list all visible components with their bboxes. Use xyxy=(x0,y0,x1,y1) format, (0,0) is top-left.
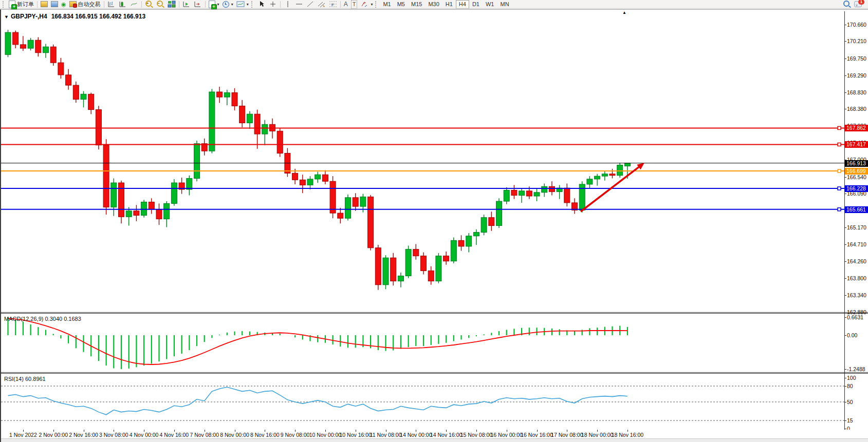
auto-scroll-button[interactable] xyxy=(181,1,192,8)
panel-separator-macd[interactable] xyxy=(1,312,868,314)
charts-window-icon xyxy=(51,1,58,7)
candle-body xyxy=(428,271,434,281)
new-order-label: 新订单 xyxy=(17,1,34,8)
macd-scale-tick: 0.6631 xyxy=(847,314,863,321)
fibonacci-button[interactable]: F xyxy=(327,1,339,8)
candle-body xyxy=(307,179,313,185)
indicators-caret-icon: ▾ xyxy=(217,2,219,7)
hline-handle[interactable] xyxy=(838,169,841,172)
zoom-out-icon: − xyxy=(157,1,163,7)
hline-handle[interactable] xyxy=(838,143,841,146)
price-tick: 170.210 xyxy=(847,38,866,45)
notifications-button[interactable]: 1 xyxy=(853,1,863,8)
time-label: 2 Nov 00:00 xyxy=(39,432,68,438)
chart-title: ▼GBPJPY-,H4166.834 166.915 166.492 166.9… xyxy=(4,13,145,20)
candle-body xyxy=(141,202,147,216)
tf-m30-button[interactable]: M30 xyxy=(425,0,442,9)
cursor-button[interactable] xyxy=(256,1,267,8)
candle-body xyxy=(595,176,600,179)
arrows-button[interactable]: ▾ xyxy=(359,1,374,8)
crosshair-button[interactable] xyxy=(267,1,279,8)
indicators-button[interactable]: +▾ xyxy=(207,1,221,8)
hline-handle[interactable] xyxy=(838,208,841,211)
candle-body xyxy=(292,173,298,180)
auto-trading-button[interactable]: 自动交易 xyxy=(68,1,102,8)
candle-body xyxy=(398,276,403,281)
chat-bubble-icon: 1 xyxy=(854,1,862,7)
toolbar-separator xyxy=(104,1,104,8)
horizontal-line-button[interactable] xyxy=(293,1,305,8)
time-label: 4 Nov 16:00 xyxy=(160,432,189,438)
candle-body xyxy=(519,191,525,196)
hline-handle[interactable] xyxy=(838,187,841,190)
chart-dropdown-icon[interactable]: ▼ xyxy=(4,14,9,20)
tf-mn-button[interactable]: MN xyxy=(497,0,512,9)
time-axis[interactable]: 1 Nov 20222 Nov 00:002 Nov 16:003 Nov 08… xyxy=(1,430,868,438)
hline-price-label: 166.699 xyxy=(845,168,868,175)
candle-body xyxy=(360,197,366,206)
rsi-indicator-label: RSI(14) 60.8961 xyxy=(4,376,46,382)
price-tick: 169.750 xyxy=(847,55,866,62)
profile-button[interactable] xyxy=(39,1,49,8)
chart-shift-marker[interactable]: ▲ xyxy=(622,10,626,15)
time-label: 2 Nov 16:00 xyxy=(69,432,98,438)
candle-body xyxy=(444,256,449,261)
text-label-button[interactable]: T xyxy=(349,1,359,8)
line-chart-button[interactable] xyxy=(128,1,140,8)
templates-button[interactable]: ▾ xyxy=(235,1,250,8)
hline-price-label: 165.661 xyxy=(845,206,868,213)
zoom-in-button[interactable]: + xyxy=(143,1,155,8)
tf-d1-button[interactable]: D1 xyxy=(469,0,483,9)
channel-button[interactable] xyxy=(316,1,327,8)
svg-text:F: F xyxy=(331,3,334,7)
rsi-scale-tick: 80 xyxy=(847,383,853,390)
time-label: 14 Nov 00:00 xyxy=(400,432,432,438)
tf-w1-button[interactable]: W1 xyxy=(483,0,497,9)
channel-icon xyxy=(318,1,326,8)
tile-windows-button[interactable] xyxy=(166,1,177,8)
tf-h4-button[interactable]: H4 xyxy=(456,0,469,9)
price-chart-canvas xyxy=(1,11,844,312)
mt4-window: + 新订单 ◉ 自动交易 + − +▾ ▾ ▾ F xyxy=(0,0,868,442)
candle-body xyxy=(496,201,502,226)
zoom-out-button[interactable]: − xyxy=(155,1,166,8)
candle-body xyxy=(549,186,555,191)
chart-shift-button[interactable] xyxy=(192,1,204,8)
candlestick-chart-button[interactable] xyxy=(117,1,128,8)
search-button[interactable] xyxy=(841,1,853,8)
time-label: 10 Nov 00:00 xyxy=(309,432,341,438)
charts-window-button[interactable] xyxy=(49,1,60,8)
candle-body xyxy=(436,256,441,281)
toolbar-grip[interactable] xyxy=(3,1,5,8)
rsi-scale-tick: 15 xyxy=(847,417,853,424)
hline-handle[interactable] xyxy=(838,126,841,129)
candlestick-chart-icon xyxy=(119,1,127,8)
panel-separator-rsi[interactable] xyxy=(1,372,868,374)
candle-body xyxy=(315,175,321,179)
toolbar-grip[interactable] xyxy=(251,1,254,8)
candle-body xyxy=(217,92,223,97)
candle-body xyxy=(413,249,419,256)
time-label: 8 Nov 00:00 xyxy=(220,432,249,438)
candle-body xyxy=(156,209,162,219)
new-order-button[interactable]: + 新订单 xyxy=(7,1,35,8)
current-price-label: 166.913 xyxy=(845,160,868,167)
bar-chart-button[interactable] xyxy=(106,1,117,8)
hline-price-label: 166.228 xyxy=(845,185,868,192)
vertical-line-button[interactable] xyxy=(282,1,293,8)
tf-m1-button[interactable]: M1 xyxy=(380,0,394,9)
tf-m15-button[interactable]: M15 xyxy=(408,0,425,9)
price-tick: 164.260 xyxy=(847,258,866,265)
toolbar-grip[interactable] xyxy=(375,1,378,8)
tf-m5-button[interactable]: M5 xyxy=(394,0,408,9)
signals-button[interactable]: ◉ xyxy=(60,1,68,8)
bar-chart-icon xyxy=(107,1,116,8)
tf-h1-button[interactable]: H1 xyxy=(442,0,456,9)
candle-body xyxy=(466,236,472,246)
timeframe-toolbar: M1M5M15M30H1H4D1W1MN xyxy=(380,0,512,9)
text-button[interactable]: A xyxy=(342,1,349,8)
time-label: 15 Nov 08:00 xyxy=(460,432,492,438)
periods-button[interactable]: ▾ xyxy=(221,1,235,8)
candle-body xyxy=(96,110,101,145)
trendline-button[interactable] xyxy=(305,1,316,8)
